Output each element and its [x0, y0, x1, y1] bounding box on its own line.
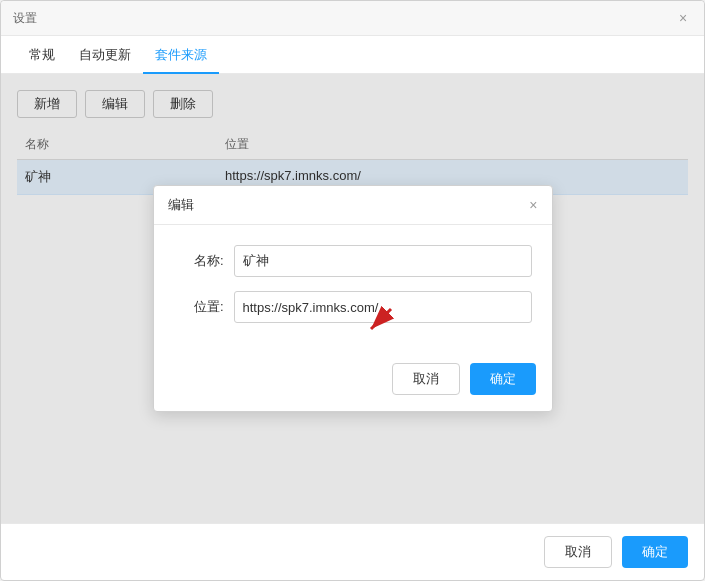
name-row: 名称:	[174, 245, 532, 277]
location-input[interactable]	[234, 291, 532, 323]
bottom-bar: 取消 确定	[1, 523, 704, 580]
dialog-footer: 取消 确定	[154, 353, 552, 411]
dialog-close-button[interactable]: ×	[529, 197, 537, 213]
name-input[interactable]	[234, 245, 532, 277]
name-label: 名称:	[174, 252, 224, 270]
tab-autoupdate[interactable]: 自动更新	[67, 36, 143, 74]
title-bar: 设置 ×	[1, 1, 704, 36]
dialog-confirm-button[interactable]: 确定	[470, 363, 536, 395]
location-label: 位置:	[174, 298, 224, 316]
tabs-bar: 常规 自动更新 套件来源	[1, 36, 704, 74]
window-close-button[interactable]: ×	[674, 9, 692, 27]
content-area: 新增 编辑 删除 名称 位置 矿神 https://spk7.imnks.com…	[1, 74, 704, 523]
dialog-title: 编辑	[168, 196, 194, 214]
dialog-overlay: 编辑 × 名称: 位置: 取消 确定	[1, 74, 704, 523]
tab-sources[interactable]: 套件来源	[143, 36, 219, 74]
cancel-button[interactable]: 取消	[544, 536, 612, 568]
tab-general[interactable]: 常规	[17, 36, 67, 74]
edit-dialog: 编辑 × 名称: 位置: 取消 确定	[153, 185, 553, 412]
dialog-body: 名称: 位置:	[154, 225, 552, 353]
location-row: 位置:	[174, 291, 532, 323]
window-title: 设置	[13, 10, 37, 27]
dialog-cancel-button[interactable]: 取消	[392, 363, 460, 395]
settings-window: 设置 × 常规 自动更新 套件来源 新增 编辑 删除 名称 位置 矿神 http…	[0, 0, 705, 581]
dialog-title-bar: 编辑 ×	[154, 186, 552, 225]
confirm-button[interactable]: 确定	[622, 536, 688, 568]
